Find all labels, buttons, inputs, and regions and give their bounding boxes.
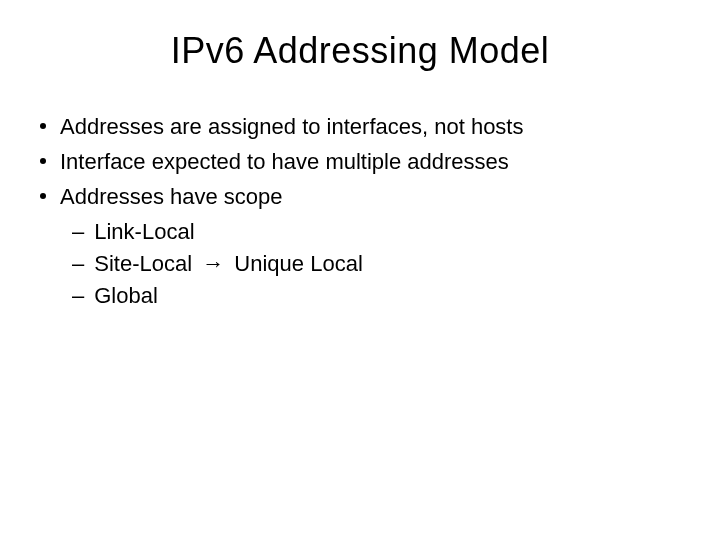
bullet-text: Interface expected to have multiple addr…	[60, 147, 509, 178]
sub-bullet-item: – Global	[72, 280, 690, 312]
dash-icon: –	[72, 280, 84, 312]
sub-bullet-item: – Link-Local	[72, 216, 690, 248]
sub-bullet-prefix: Site-Local	[94, 251, 192, 276]
main-bullet-list: Addresses are assigned to interfaces, no…	[30, 112, 690, 212]
dash-icon: –	[72, 216, 84, 248]
sub-bullet-text: Link-Local	[94, 216, 194, 248]
bullet-item: Addresses are assigned to interfaces, no…	[40, 112, 690, 143]
bullet-item: Addresses have scope	[40, 182, 690, 213]
bullet-text: Addresses are assigned to interfaces, no…	[60, 112, 523, 143]
sub-bullet-item: – Site-Local → Unique Local	[72, 248, 690, 280]
sub-bullet-text: Site-Local → Unique Local	[94, 248, 363, 280]
arrow-icon: →	[202, 248, 224, 280]
bullet-item: Interface expected to have multiple addr…	[40, 147, 690, 178]
bullet-dot-icon	[40, 193, 46, 199]
slide-container: IPv6 Addressing Model Addresses are assi…	[0, 0, 720, 540]
sub-bullet-text: Global	[94, 280, 158, 312]
slide-title: IPv6 Addressing Model	[30, 30, 690, 72]
bullet-text: Addresses have scope	[60, 182, 283, 213]
dash-icon: –	[72, 248, 84, 280]
bullet-dot-icon	[40, 123, 46, 129]
bullet-dot-icon	[40, 158, 46, 164]
sub-bullet-suffix: Unique Local	[234, 251, 362, 276]
sub-bullet-list: – Link-Local – Site-Local → Unique Local…	[30, 216, 690, 312]
